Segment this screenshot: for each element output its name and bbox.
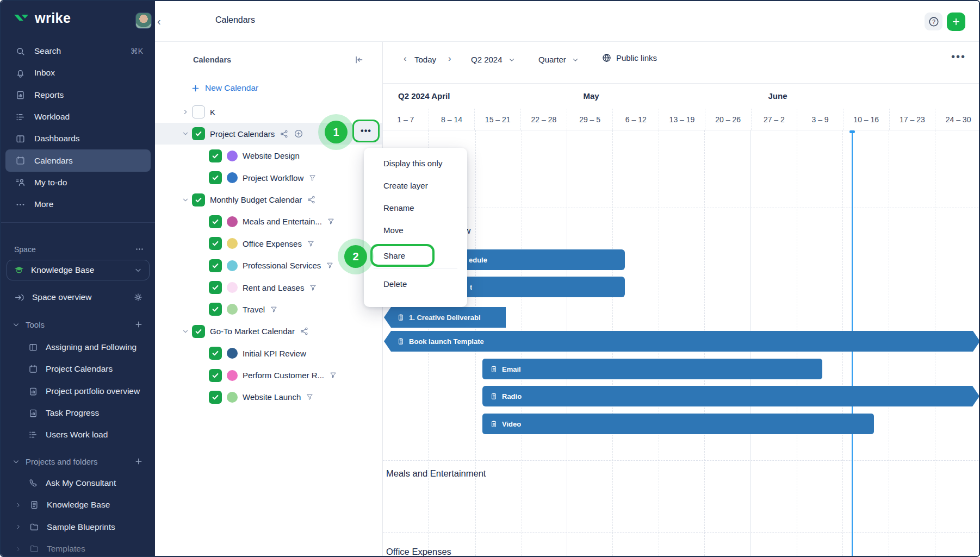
menu-item-delete[interactable]: Delete: [364, 273, 467, 295]
chevron-right-icon[interactable]: [15, 502, 22, 509]
check-icon: [211, 173, 220, 182]
calendar-checkbox[interactable]: [192, 325, 205, 338]
next-period-button[interactable]: ›: [448, 53, 451, 64]
sidebar-item-my-todo[interactable]: My to-do: [1, 172, 155, 193]
public-links-button[interactable]: Public links: [601, 53, 657, 63]
filter-funnel-icon[interactable]: [306, 393, 314, 401]
calendar-checkbox[interactable]: [209, 281, 222, 294]
calendar-tree-row[interactable]: Travel: [155, 298, 382, 320]
filter-funnel-icon[interactable]: [327, 217, 335, 226]
calendar-tree-row[interactable]: Initial KPI Review: [155, 342, 382, 364]
share-nodes-icon[interactable]: [307, 195, 316, 204]
space-more-icon[interactable]: [135, 245, 144, 254]
filter-funnel-icon[interactable]: [270, 305, 278, 314]
month-label: May: [583, 91, 599, 101]
zoom-level-dropdown[interactable]: Quarter: [538, 55, 579, 64]
calendar-checkbox[interactable]: [209, 347, 222, 360]
plus-icon[interactable]: [134, 457, 143, 466]
gantt-task-bar[interactable]: Email: [482, 359, 822, 379]
filter-funnel-icon[interactable]: [307, 240, 315, 248]
avatar[interactable]: [135, 12, 152, 29]
calendar-tree-row[interactable]: Perform Customer R...: [155, 365, 382, 386]
sidebar-item-inbox[interactable]: Inbox: [1, 62, 155, 84]
sidebar-item-project-calendars[interactable]: Project Calendars: [1, 358, 155, 380]
sidebar-item-workload[interactable]: Workload: [1, 106, 155, 128]
menu-item-rename[interactable]: Rename: [364, 197, 467, 219]
sidebar-item-sample-blueprints[interactable]: Sample Blueprints: [1, 516, 155, 538]
calendar-checkbox[interactable]: [192, 127, 205, 140]
sidebar-collapse-icon[interactable]: ‹: [157, 15, 161, 28]
timeline-more-button[interactable]: •••: [951, 51, 966, 63]
calendar-checkbox[interactable]: [209, 171, 222, 184]
calendar-checkbox[interactable]: [209, 369, 222, 382]
calendar-tree-row[interactable]: Go-To Market Calendar: [155, 321, 382, 342]
filter-funnel-icon[interactable]: [309, 284, 317, 292]
calendar-checkbox[interactable]: [209, 303, 222, 316]
calendar-checkbox[interactable]: [209, 259, 222, 272]
menu-item-create-layer[interactable]: Create layer: [364, 174, 467, 197]
menu-item-move[interactable]: Move: [364, 219, 467, 241]
sidebar-item-space-overview[interactable]: Space overview: [1, 288, 155, 306]
sidebar-item-calendars[interactable]: Calendars: [5, 149, 151, 171]
calendar-tree-row[interactable]: Rent and Leases: [155, 277, 382, 298]
group-header-tools[interactable]: Tools: [1, 315, 155, 334]
gantt-task-bar[interactable]: Book launch Template: [384, 331, 980, 352]
prev-period-button[interactable]: ‹: [404, 53, 407, 64]
date-range-dropdown[interactable]: Q2 2024: [471, 55, 516, 64]
share-nodes-icon[interactable]: [300, 327, 309, 336]
wrike-app-window: wrike Search ⌘K Inbox Reports Workload: [0, 0, 980, 557]
sidebar-item-project-portfolio-overview[interactable]: Project portfolio overview: [1, 380, 155, 402]
calendar-tree-row[interactable]: Website Design: [155, 145, 382, 167]
share-nodes-icon[interactable]: [280, 129, 289, 139]
gear-icon[interactable]: [133, 292, 143, 302]
filter-funnel-icon[interactable]: [308, 174, 317, 182]
sidebar-item-more[interactable]: More: [1, 193, 155, 215]
filter-funnel-icon[interactable]: [329, 371, 337, 379]
new-calendar-button[interactable]: New Calendar: [191, 83, 258, 93]
today-button[interactable]: Today: [414, 55, 436, 64]
expand-chevron-icon[interactable]: [182, 130, 189, 137]
help-button[interactable]: ?: [925, 12, 942, 30]
expand-chevron-icon[interactable]: [182, 196, 189, 204]
calendar-more-button[interactable]: •••: [352, 120, 380, 142]
sidebar-item-search[interactable]: Search ⌘K: [1, 40, 155, 62]
filter-funnel-icon[interactable]: [326, 261, 334, 270]
expand-chevron-icon[interactable]: [182, 328, 189, 335]
sidebar-item-knowledge-base-folder[interactable]: Knowledge Base: [1, 494, 155, 516]
gantt-task-bar[interactable]: Video: [482, 414, 874, 434]
calendar-tree-row[interactable]: Website Launch: [155, 386, 382, 408]
sidebar-item-reports[interactable]: Reports: [1, 84, 155, 106]
space-label: Space: [14, 245, 36, 254]
sidebar-item-dashboards[interactable]: Dashboards: [1, 128, 155, 149]
calendar-tree-row[interactable]: Meals and Entertain...: [155, 211, 382, 233]
plus-icon[interactable]: [134, 320, 143, 329]
calendar-label: Go-To Market Calendar: [210, 327, 295, 336]
chevron-right-icon[interactable]: [15, 523, 22, 530]
calendar-checkbox[interactable]: [209, 149, 222, 162]
sidebar-item-ask-my-consultant[interactable]: Ask My Consultant: [1, 472, 155, 494]
panel-collapse-icon[interactable]: [354, 55, 364, 65]
sidebar-item-templates[interactable]: Templates: [1, 538, 155, 557]
sidebar-item-task-progress[interactable]: Task Progress: [1, 402, 155, 424]
create-new-button[interactable]: [947, 12, 965, 31]
calendar-checkbox[interactable]: [192, 105, 205, 118]
share-highlight-box[interactable]: Share: [370, 244, 435, 267]
calendar-checkbox[interactable]: [192, 193, 205, 206]
wrike-logo: wrike: [13, 10, 71, 26]
sidebar-item-users-work-load[interactable]: Users Work load: [1, 424, 155, 446]
plus-circle-icon[interactable]: [294, 129, 303, 139]
calendar-checkbox[interactable]: [209, 237, 222, 250]
group-header-projects-folders[interactable]: Projects and folders: [1, 452, 155, 471]
chevron-right-icon[interactable]: [15, 546, 22, 553]
calendar-checkbox[interactable]: [209, 391, 222, 404]
expand-chevron-icon[interactable]: [182, 108, 189, 116]
sidebar-item-assigning-and-following[interactable]: Assigning and Following: [1, 336, 155, 358]
calendar-checkbox[interactable]: [209, 215, 222, 228]
gantt-task-bar[interactable]: 1. Creative Deliverabl: [384, 307, 506, 328]
space-switcher[interactable]: Knowledge Base: [7, 260, 150, 280]
calendar-color-dot: [227, 392, 238, 403]
menu-item-display-this-only[interactable]: Display this only: [364, 152, 467, 174]
calendar-tree-row[interactable]: Project Workflow: [155, 167, 382, 189]
calendar-tree-row[interactable]: Monthly Budget Calendar: [155, 189, 382, 211]
gantt-task-bar[interactable]: Radio: [482, 386, 979, 406]
